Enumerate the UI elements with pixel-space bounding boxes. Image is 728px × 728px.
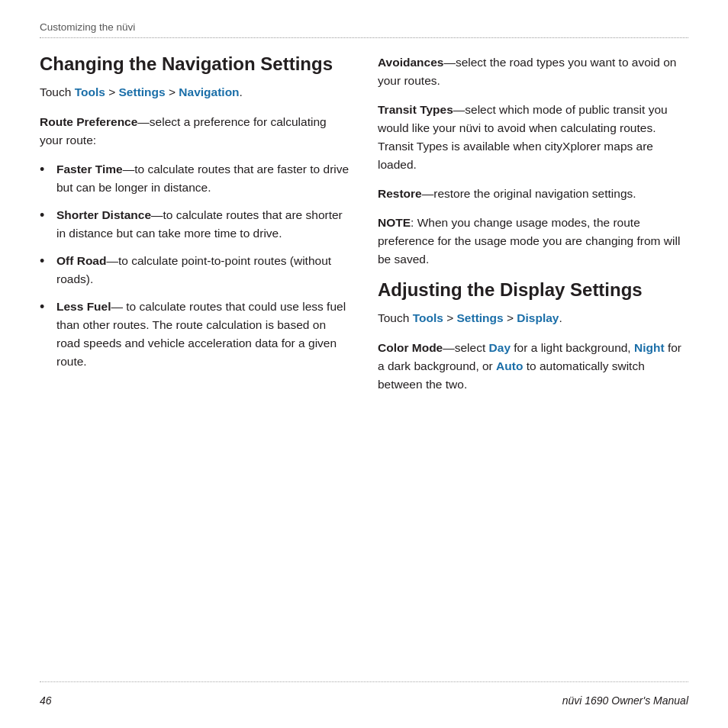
display-sep1: >	[443, 311, 457, 324]
nav-touch-instruction: Touch Tools > Settings > Navigation.	[40, 83, 350, 101]
bullet-content: Shorter Distance—to calculate routes tha…	[56, 206, 350, 243]
sep2: >	[166, 85, 179, 98]
restore-label: Restore	[378, 187, 422, 200]
shorter-distance-term: Shorter Distance	[56, 208, 151, 221]
page-container: Customizing the nüvi Changing the Naviga…	[0, 0, 728, 728]
right-column: Avoidances—select the road types you wan…	[378, 53, 688, 681]
color-mode-label: Color Mode	[378, 341, 443, 354]
note-text: : When you change usage modes, the route…	[378, 216, 680, 266]
note-label: NOTE	[378, 216, 411, 229]
off-road-term: Off Road	[56, 254, 106, 267]
display-suffix: .	[559, 311, 562, 324]
footer-page-number: 46	[40, 694, 52, 707]
color-mode-day: Day	[489, 341, 511, 354]
note-paragraph: NOTE: When you change usage modes, the r…	[378, 214, 688, 269]
navigation-link[interactable]: Navigation	[179, 85, 239, 98]
footer-bar: 46 nüvi 1690 Owner's Manual	[40, 688, 688, 707]
content-area: Changing the Navigation Settings Touch T…	[40, 53, 688, 681]
bullet-dot: •	[40, 252, 56, 271]
bullet-content: Off Road—to calculate point-to-point rou…	[56, 252, 350, 288]
bullet-content: Less Fuel— to calculate routes that coul…	[56, 298, 350, 371]
display-touch-prefix: Touch	[378, 311, 413, 324]
route-preference-paragraph: Route Preference—select a preference for…	[40, 113, 350, 150]
display-sep2: >	[504, 311, 517, 324]
settings-link2[interactable]: Settings	[457, 311, 504, 324]
nav-suffix: .	[240, 85, 243, 98]
avoidances-paragraph: Avoidances—select the road types you wan…	[378, 53, 688, 90]
route-preference-label: Route Preference	[40, 115, 137, 128]
transit-types-label: Transit Types	[378, 103, 453, 116]
tools-link1[interactable]: Tools	[75, 85, 105, 98]
less-fuel-term: Less Fuel	[56, 300, 111, 313]
header-text: Customizing the nüvi	[40, 21, 135, 33]
transit-types-paragraph: Transit Types—select which mode of publi…	[378, 101, 688, 174]
bullet-dot: •	[40, 298, 56, 317]
color-mode-mid: for a light background,	[511, 341, 634, 354]
touch-prefix: Touch	[40, 85, 75, 98]
left-column: Changing the Navigation Settings Touch T…	[40, 53, 350, 681]
nav-settings-title: Changing the Navigation Settings	[40, 53, 350, 76]
color-mode-paragraph: Color Mode—select Day for a light backgr…	[378, 339, 688, 394]
color-mode-prefix: —select	[443, 341, 488, 354]
tools-link2[interactable]: Tools	[413, 311, 443, 324]
avoidances-label: Avoidances	[378, 56, 443, 69]
bullet-dot: •	[40, 206, 56, 225]
display-touch-instruction: Touch Tools > Settings > Display.	[378, 309, 688, 327]
list-item: • Less Fuel— to calculate routes that co…	[40, 298, 350, 371]
sep1: >	[105, 85, 119, 98]
header-bar: Customizing the nüvi	[40, 21, 688, 38]
footer-manual-title: nüvi 1690 Owner's Manual	[562, 694, 688, 707]
faster-time-term: Faster Time	[56, 163, 123, 176]
settings-link1[interactable]: Settings	[119, 85, 166, 98]
color-mode-night: Night	[634, 341, 665, 354]
list-item: • Off Road—to calculate point-to-point r…	[40, 252, 350, 288]
list-item: • Faster Time—to calculate routes that a…	[40, 160, 350, 197]
list-item: • Shorter Distance—to calculate routes t…	[40, 206, 350, 243]
bullet-content: Faster Time—to calculate routes that are…	[56, 160, 350, 197]
display-settings-title: Adjusting the Display Settings	[378, 279, 688, 301]
bullet-list: • Faster Time—to calculate routes that a…	[40, 160, 350, 371]
bullet-dot: •	[40, 160, 56, 179]
display-link[interactable]: Display	[517, 311, 559, 324]
restore-paragraph: Restore—restore the original navigation …	[378, 185, 688, 203]
restore-text: —restore the original navigation setting…	[422, 187, 636, 200]
color-mode-auto: Auto	[496, 359, 523, 372]
footer-divider	[40, 681, 688, 682]
